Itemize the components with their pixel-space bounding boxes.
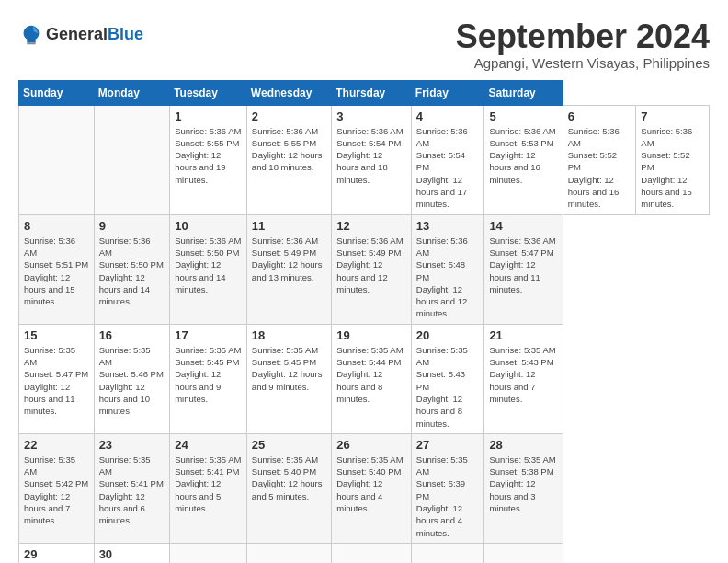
day-cell-3: 3Sunrise: 5:36 AMSunset: 5:54 PMDaylight… [332, 105, 412, 214]
day-info: Sunrise: 5:35 AMSunset: 5:40 PMDaylight:… [252, 454, 326, 502]
day-cell-8: 8Sunrise: 5:36 AMSunset: 5:51 PMDaylight… [19, 214, 95, 324]
logo-blue: Blue [108, 25, 143, 43]
logo-icon [18, 22, 44, 48]
week-row-3: 15Sunrise: 5:35 AMSunset: 5:47 PMDayligh… [19, 324, 710, 433]
page-header: GeneralBlue September 2024 Agpangi, West… [18, 18, 710, 71]
day-info: Sunrise: 5:36 AMSunset: 5:49 PMDaylight:… [336, 235, 406, 295]
day-number: 1 [175, 109, 242, 123]
day-number: 24 [175, 438, 242, 452]
day-cell-6: 6Sunrise: 5:36 AMSunset: 5:52 PMDaylight… [563, 105, 636, 214]
week-row-4: 22Sunrise: 5:35 AMSunset: 5:42 PMDayligh… [19, 433, 710, 543]
day-info: Sunrise: 5:35 AMSunset: 5:44 PMDaylight:… [336, 344, 406, 405]
day-info: Sunrise: 5:35 AMSunset: 5:42 PMDaylight:… [24, 454, 89, 527]
day-number: 29 [24, 547, 89, 561]
day-cell-18: 18Sunrise: 5:35 AMSunset: 5:45 PMDayligh… [246, 324, 331, 433]
day-number: 13 [416, 219, 480, 233]
day-number: 3 [336, 109, 406, 123]
week-row-5: 29Sunrise: 5:35 AMSunset: 5:38 PMDayligh… [19, 543, 710, 563]
day-number: 14 [489, 219, 557, 233]
day-info: Sunrise: 5:36 AMSunset: 5:55 PMDaylight:… [175, 125, 242, 186]
day-number: 7 [641, 109, 704, 123]
empty-cell [484, 543, 563, 563]
empty-cell [411, 543, 484, 563]
day-info: Sunrise: 5:35 AMSunset: 5:47 PMDaylight:… [24, 344, 89, 418]
weekday-monday: Monday [94, 80, 170, 105]
day-number: 28 [489, 438, 557, 452]
day-cell-4: 4Sunrise: 5:36 AMSunset: 5:54 PMDaylight… [411, 105, 484, 214]
month-title: September 2024 [456, 18, 710, 55]
day-cell-24: 24Sunrise: 5:35 AMSunset: 5:41 PMDayligh… [170, 433, 247, 543]
day-info: Sunrise: 5:36 AMSunset: 5:54 PMDaylight:… [336, 125, 406, 186]
day-number: 25 [252, 438, 326, 452]
empty-cell [332, 543, 412, 563]
day-cell-7: 7Sunrise: 5:36 AMSunset: 5:52 PMDaylight… [636, 105, 710, 214]
day-cell-14: 14Sunrise: 5:36 AMSunset: 5:47 PMDayligh… [484, 214, 563, 324]
day-info: Sunrise: 5:35 AMSunset: 5:46 PMDaylight:… [99, 344, 165, 418]
day-cell-29: 29Sunrise: 5:35 AMSunset: 5:38 PMDayligh… [19, 543, 95, 563]
day-number: 26 [336, 438, 406, 452]
day-number: 5 [489, 109, 557, 123]
day-info: Sunrise: 5:35 AMSunset: 5:41 PMDaylight:… [175, 454, 242, 514]
day-cell-19: 19Sunrise: 5:35 AMSunset: 5:44 PMDayligh… [332, 324, 412, 433]
logo: GeneralBlue [18, 22, 143, 48]
day-info: Sunrise: 5:35 AMSunset: 5:38 PMDaylight:… [489, 454, 557, 514]
day-cell-5: 5Sunrise: 5:36 AMSunset: 5:53 PMDaylight… [484, 105, 563, 214]
weekday-friday: Friday [411, 80, 484, 105]
day-cell-20: 20Sunrise: 5:35 AMSunset: 5:43 PMDayligh… [411, 324, 484, 433]
day-cell-15: 15Sunrise: 5:35 AMSunset: 5:47 PMDayligh… [19, 324, 95, 433]
day-number: 11 [252, 219, 326, 233]
title-block: September 2024 Agpangi, Western Visayas,… [456, 18, 710, 71]
day-cell-12: 12Sunrise: 5:36 AMSunset: 5:49 PMDayligh… [332, 214, 412, 324]
logo-text: GeneralBlue [46, 26, 143, 44]
weekday-sunday: Sunday [19, 80, 95, 105]
day-cell-13: 13Sunrise: 5:36 AMSunset: 5:48 PMDayligh… [411, 214, 484, 324]
calendar-table: SundayMondayTuesdayWednesdayThursdayFrid… [18, 80, 710, 563]
day-info: Sunrise: 5:36 AMSunset: 5:50 PMDaylight:… [99, 235, 165, 308]
day-number: 16 [99, 328, 165, 342]
day-number: 2 [252, 109, 326, 123]
day-info: Sunrise: 5:35 AMSunset: 5:45 PMDaylight:… [252, 344, 326, 393]
day-info: Sunrise: 5:36 AMSunset: 5:52 PMDaylight:… [641, 125, 704, 211]
day-number: 30 [99, 547, 165, 561]
day-info: Sunrise: 5:36 AMSunset: 5:54 PMDaylight:… [416, 125, 480, 211]
day-info: Sunrise: 5:35 AMSunset: 5:40 PMDaylight:… [336, 454, 406, 514]
day-cell-17: 17Sunrise: 5:35 AMSunset: 5:45 PMDayligh… [170, 324, 247, 433]
day-number: 17 [175, 328, 242, 342]
day-info: Sunrise: 5:35 AMSunset: 5:43 PMDaylight:… [416, 344, 480, 430]
day-cell-23: 23Sunrise: 5:35 AMSunset: 5:41 PMDayligh… [94, 433, 170, 543]
location-title: Agpangi, Western Visayas, Philippines [456, 55, 710, 71]
day-info: Sunrise: 5:36 AMSunset: 5:49 PMDaylight:… [252, 235, 326, 283]
day-number: 27 [416, 438, 480, 452]
day-cell-1: 1Sunrise: 5:36 AMSunset: 5:55 PMDaylight… [170, 105, 247, 214]
day-info: Sunrise: 5:36 AMSunset: 5:48 PMDaylight:… [416, 235, 480, 320]
day-number: 6 [568, 109, 631, 123]
weekday-tuesday: Tuesday [170, 80, 247, 105]
day-number: 4 [416, 109, 480, 123]
day-info: Sunrise: 5:35 AMSunset: 5:43 PMDaylight:… [489, 344, 557, 405]
day-info: Sunrise: 5:35 AMSunset: 5:39 PMDaylight:… [416, 454, 480, 539]
day-info: Sunrise: 5:36 AMSunset: 5:52 PMDaylight:… [568, 125, 631, 211]
day-cell-2: 2Sunrise: 5:36 AMSunset: 5:55 PMDaylight… [246, 105, 331, 214]
day-cell-26: 26Sunrise: 5:35 AMSunset: 5:40 PMDayligh… [332, 433, 412, 543]
day-number: 12 [336, 219, 406, 233]
day-number: 22 [24, 438, 89, 452]
day-cell-21: 21Sunrise: 5:35 AMSunset: 5:43 PMDayligh… [484, 324, 563, 433]
day-cell-11: 11Sunrise: 5:36 AMSunset: 5:49 PMDayligh… [246, 214, 331, 324]
day-info: Sunrise: 5:36 AMSunset: 5:51 PMDaylight:… [24, 235, 89, 308]
day-cell-9: 9Sunrise: 5:36 AMSunset: 5:50 PMDaylight… [94, 214, 170, 324]
empty-cell [246, 543, 331, 563]
weekday-saturday: Saturday [484, 80, 563, 105]
day-cell-16: 16Sunrise: 5:35 AMSunset: 5:46 PMDayligh… [94, 324, 170, 433]
day-number: 20 [416, 328, 480, 342]
day-info: Sunrise: 5:36 AMSunset: 5:47 PMDaylight:… [489, 235, 557, 295]
day-number: 10 [175, 219, 242, 233]
day-cell-10: 10Sunrise: 5:36 AMSunset: 5:50 PMDayligh… [170, 214, 247, 324]
svg-rect-0 [27, 42, 35, 44]
day-info: Sunrise: 5:36 AMSunset: 5:55 PMDaylight:… [252, 125, 326, 174]
weekday-wednesday: Wednesday [246, 80, 331, 105]
empty-cell [170, 543, 247, 563]
empty-cell [19, 105, 95, 214]
day-cell-30: 30Sunrise: 5:35 AMSunset: 5:37 PMDayligh… [94, 543, 170, 563]
day-info: Sunrise: 5:36 AMSunset: 5:53 PMDaylight:… [489, 125, 557, 186]
logo-general: General [46, 25, 108, 43]
